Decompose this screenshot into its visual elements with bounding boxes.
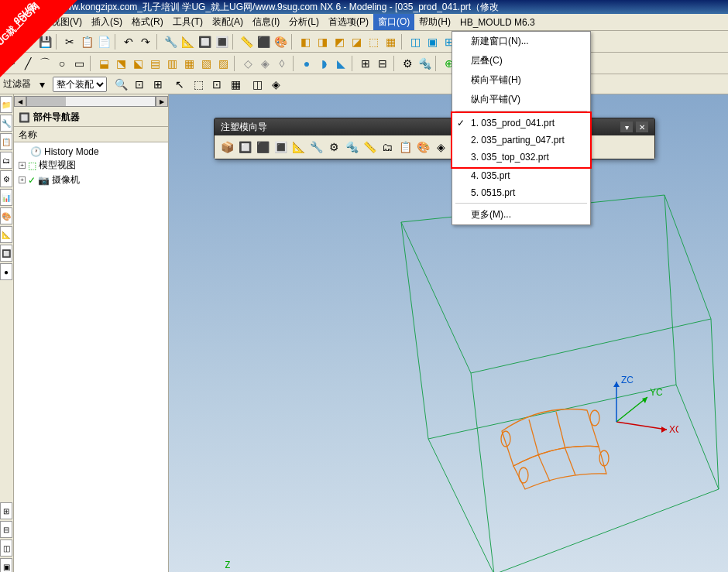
view-icon[interactable]: ◫ [407,34,423,50]
misc-tool-icon[interactable]: ◈ [268,77,283,92]
feature-icon[interactable]: ▤ [147,56,163,71]
tool-icon[interactable]: 🔧 [163,34,178,50]
filter-tool-icon[interactable]: 🔍 [113,77,129,92]
dropdown-icon[interactable]: ▾ [34,77,50,92]
menu-item-window-4[interactable]: 4. 035.prt [452,167,590,184]
expand-icon[interactable]: + [19,162,26,169]
menu-item-more[interactable]: 更多(M)... [452,205,590,224]
filter-tool-icon[interactable]: ⊡ [132,77,147,92]
tool-icon[interactable]: 🎨 [273,34,288,50]
undo-icon[interactable]: ↶ [121,34,136,50]
menu-item-tile-h[interactable]: 横向平铺(H) [452,70,590,90]
datum-icon[interactable]: ◇ [240,56,256,71]
scroll-track[interactable] [26,96,156,107]
cube-icon[interactable]: ◧ [297,34,313,50]
svg-line-8 [471,373,494,572]
tree-item-model-view[interactable]: + ⬚ 模型视图 [19,158,163,173]
fillet-icon[interactable]: ◗ [316,56,331,71]
cube-icon[interactable]: ⬚ [366,34,381,50]
feature-icon[interactable]: ▥ [164,56,180,71]
scroll-right-icon[interactable]: ▶ [156,96,168,107]
tool-icon[interactable]: 🔳 [214,34,229,50]
select-tool-icon[interactable]: ⊡ [209,77,225,92]
menu-assemblies[interactable]: 装配(A) [208,14,248,30]
menu-item-window-3[interactable]: 3. 035_top_032.prt [452,149,590,166]
side-tab[interactable]: 🔧 [0,115,12,132]
tool-icon[interactable]: ⚙ [400,56,415,71]
sweep-icon[interactable]: ⬕ [130,56,146,71]
cube-icon[interactable]: ▦ [383,34,398,50]
feature-icon[interactable]: ▦ [181,56,197,71]
mirror-icon[interactable]: ⊟ [375,56,390,71]
feature-icon[interactable]: ▨ [215,56,231,71]
tool-icon[interactable]: 📐 [180,34,195,50]
3d-viewport[interactable]: 注塑模向导 ▾ ✕ 📦 🔲 ⬛ 🔳 📐 🔧 ⚙ 🔩 📏 🗂 📋 🎨 [169,94,728,572]
svg-point-16 [599,450,609,466]
menu-item-cascade[interactable]: 层叠(C) [452,51,590,70]
extrude-icon[interactable]: ⬓ [96,56,112,71]
menu-item-window-2[interactable]: 2. 035_parting_047.prt [452,132,590,149]
copy-icon[interactable]: 📋 [79,34,94,50]
tool-icon[interactable]: ⬛ [256,34,271,50]
cube-icon[interactable]: ◨ [314,34,330,50]
datum-icon[interactable]: ◈ [257,56,273,71]
menu-item-new-window[interactable]: 新建窗口(N)... [452,32,590,51]
navigator-column-header[interactable]: 名称 [14,127,168,142]
menu-window[interactable]: 窗口(O) [373,14,414,30]
side-tab[interactable]: ▣ [0,558,12,572]
cube-icon[interactable]: ◪ [349,34,364,50]
menu-help[interactable]: 帮助(H) [414,14,455,30]
redo-icon[interactable]: ↷ [138,34,153,50]
feature-icon[interactable]: ▧ [198,56,214,71]
select-tool-icon[interactable]: ↖ [172,77,187,92]
side-tab[interactable]: 📐 [0,226,12,243]
svg-point-15 [519,468,528,483]
hole-icon[interactable]: ● [299,56,314,71]
menu-analysis[interactable]: 分析(L) [284,14,324,30]
view-icon[interactable]: ▣ [424,34,440,50]
side-tab[interactable]: 📊 [0,189,12,206]
side-tab[interactable]: 🔲 [0,245,12,262]
toolbar-modeling: ✏ ╱ ⌒ ○ ▭ ⬓ ⬔ ⬕ ▤ ▥ ▦ ▧ ▨ ◇ ◈ ◊ ● ◗ ◣ ⊞ … [0,53,728,74]
svg-marker-0 [0,0,77,77]
menu-hb-mould[interactable]: HB_MOULD M6.3 [455,15,540,29]
scroll-left-icon[interactable]: ◀ [14,96,26,107]
pattern-icon[interactable]: ⊞ [358,56,373,71]
side-tab[interactable]: ⚙ [0,170,12,187]
side-tab[interactable]: 🗂 [0,152,12,169]
revolve-icon[interactable]: ⬔ [113,56,129,71]
tool-icon[interactable]: 🔲 [197,34,212,50]
menu-tools[interactable]: 工具(T) [168,14,208,30]
tree-item-history[interactable]: 🕐 History Mode [19,146,163,158]
side-tab[interactable]: 🎨 [0,207,12,224]
menu-item-window-1[interactable]: ✓ 1. 035_prod_041.prt [452,115,590,132]
paste-icon[interactable]: 📄 [96,34,112,50]
misc-tool-icon[interactable]: ◫ [249,77,265,92]
expand-icon[interactable]: + [19,176,26,183]
side-tab[interactable]: ● [0,263,12,280]
side-tab[interactable]: ⊟ [0,521,12,538]
side-tab[interactable]: ⊞ [0,502,12,519]
menu-insert[interactable]: 插入(S) [87,14,127,30]
select-tool-icon[interactable]: ⬚ [191,77,206,92]
scroll-thumb[interactable] [27,97,66,106]
datum-icon[interactable]: ◊ [274,56,290,71]
menu-format[interactable]: 格式(R) [127,14,168,30]
tool-icon[interactable]: 🔩 [417,56,432,71]
menu-item-tile-v[interactable]: 纵向平铺(V) [452,90,590,109]
svg-text:XC: XC [669,424,678,435]
filter-tool-icon[interactable]: ⊞ [150,77,166,92]
side-tab[interactable]: ◫ [0,539,12,557]
chamfer-icon[interactable]: ◣ [333,56,349,71]
tree-item-camera[interactable]: + ✓ 📷 摄像机 [19,173,163,187]
menu-info[interactable]: 信息(I) [248,14,284,30]
side-tab[interactable]: 📋 [0,133,12,150]
measure-icon[interactable]: 📏 [239,34,254,50]
assembly-filter-select[interactable]: 整个装配 [53,77,107,92]
menu-item-window-5[interactable]: 5. 0515.prt [452,184,590,201]
toolbar-standard: 📄 📂 💾 ✂ 📋 📄 ↶ ↷ 🔧 📐 🔲 🔳 📏 ⬛ 🎨 ◧ ◨ ◩ ◪ ⬚ … [0,31,728,53]
select-tool-icon[interactable]: ▦ [228,77,243,92]
cube-icon[interactable]: ◩ [331,34,347,50]
side-tab[interactable]: 📁 [0,96,12,113]
menu-preferences[interactable]: 首选项(P) [324,14,373,30]
